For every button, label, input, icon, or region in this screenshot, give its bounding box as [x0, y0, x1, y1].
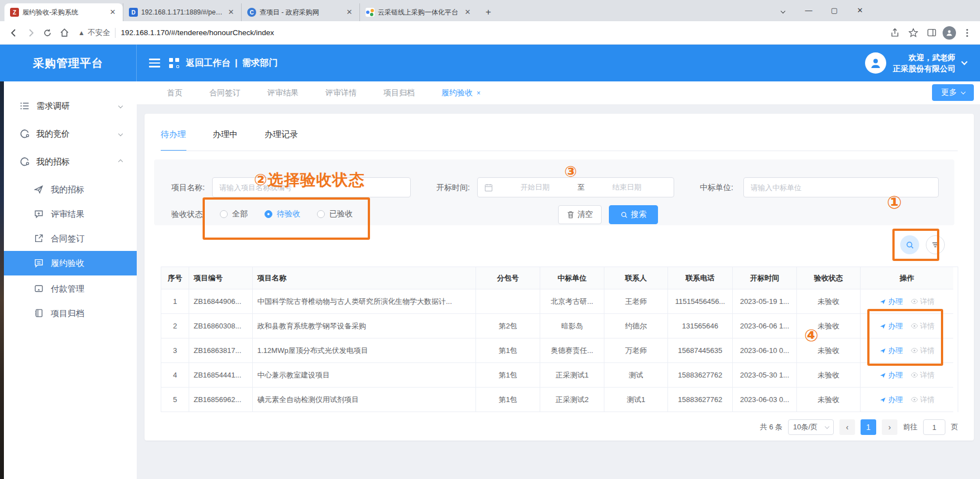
sidebar-item-my-tender[interactable]: 我的招标 [4, 151, 137, 173]
eye-icon [911, 396, 918, 403]
sidebar-subitem-review-results[interactable]: 评审结果 [4, 202, 137, 226]
maximize-button[interactable]: ▢ [824, 2, 845, 19]
goto-page-input[interactable] [923, 419, 945, 435]
eye-icon [911, 347, 918, 354]
winner-input[interactable] [743, 177, 939, 197]
more-button[interactable]: 更多 [932, 84, 974, 101]
project-name-input[interactable] [212, 177, 411, 197]
new-tab-button[interactable]: + [481, 5, 496, 20]
sidebar-subitem-payment-management[interactable]: 付款管理 [4, 277, 137, 301]
browser-tab-2[interactable]: D 192.168.1.171:1889/#/persona ✕ [123, 3, 241, 21]
breadcrumb-separator: | [235, 58, 237, 68]
chevron-down-icon [118, 104, 123, 108]
cell-no: 4 [161, 363, 189, 388]
browser-tab-3[interactable]: C 查项目 - 政府采购网 ✕ [241, 3, 359, 21]
browser-profile-avatar[interactable] [943, 26, 956, 40]
radio-label: 已验收 [329, 209, 353, 219]
browser-menu-icon[interactable] [960, 26, 974, 40]
detail-link[interactable]: 详情 [911, 370, 935, 380]
share-icon[interactable] [887, 26, 902, 40]
tab-close-icon[interactable]: ✕ [108, 8, 117, 17]
tab-in-progress[interactable]: 办理中 [213, 129, 238, 140]
sidebar-subitem-contract-signing[interactable]: 合同签订 [4, 226, 137, 251]
minimize-button[interactable]: — [798, 2, 819, 19]
favicon-ip-site: D [129, 8, 138, 17]
tab-close-icon[interactable]: ✕ [463, 8, 472, 17]
forward-icon[interactable] [22, 25, 39, 41]
goto-label: 前往 [903, 422, 917, 432]
user-avatar[interactable] [865, 52, 886, 74]
column-settings-button[interactable] [926, 235, 945, 254]
page-tab-review-detail[interactable]: 评审详情 [312, 88, 370, 98]
page-number-current[interactable]: 1 [861, 419, 876, 435]
page-tab-home[interactable]: 首页 [153, 88, 196, 98]
home-icon[interactable] [56, 25, 73, 41]
handle-link[interactable]: 办理 [880, 370, 903, 380]
open-time-range-picker[interactable]: 开始日期 至 结束日期 [477, 177, 674, 197]
radio-to-accept-selected[interactable]: 待验收 [265, 209, 300, 219]
reload-icon[interactable] [39, 25, 56, 41]
end-date-placeholder[interactable]: 结束日期 [587, 182, 667, 192]
tab-close-icon[interactable]: × [477, 89, 481, 97]
cell-time: 2023-06-06 1... [733, 314, 797, 338]
sidebar-item-demand-research[interactable]: 需求调研 [4, 95, 137, 117]
browser-tab-4[interactable]: 云采链线上采购一体化平台 ✕ [359, 3, 478, 21]
clear-button[interactable]: 清空 [558, 205, 602, 224]
handle-link[interactable]: 办理 [880, 321, 903, 331]
cell-winner: 北京考古研... [540, 289, 604, 314]
bookmark-star-icon[interactable] [906, 26, 920, 40]
tab-close-icon[interactable]: ✕ [227, 8, 236, 17]
tab-search-chevron-icon[interactable] [772, 2, 794, 19]
search-button[interactable]: 搜索 [609, 205, 658, 224]
radio-all[interactable]: 全部 [220, 209, 248, 219]
detail-link[interactable]: 详情 [911, 297, 935, 307]
detail-link[interactable]: 详情 [911, 346, 935, 356]
page-tab-acceptance-active[interactable]: 履约验收 × [428, 88, 494, 98]
page-tab-archive[interactable]: 项目归档 [370, 88, 428, 98]
workbench-grid-icon[interactable] [169, 58, 179, 68]
page-size-select[interactable]: 10条/页 [788, 419, 834, 435]
page-tab-contract[interactable]: 合同签订 [196, 88, 254, 98]
sidebar-item-my-bidding[interactable]: 我的竞价 [4, 123, 137, 145]
sidebar-subitem-project-archive[interactable]: 项目归档 [4, 301, 137, 326]
page-tab-review-results[interactable]: 评审结果 [254, 88, 312, 98]
browser-tab-active[interactable]: Z 履约验收-采购系统 ✕ [4, 3, 123, 21]
address-bar[interactable]: ▲ 不安全 192.168.1.170/#/tenderee/honourChe… [78, 28, 882, 38]
close-window-button[interactable]: ✕ [849, 2, 871, 19]
security-warning[interactable]: ▲ 不安全 [78, 28, 116, 38]
workbench-link[interactable]: 返回工作台 [186, 57, 230, 69]
chevron-up-icon [118, 159, 123, 164]
sidebar-subitem-performance-acceptance[interactable]: 履约验收 [4, 251, 137, 275]
page-tabs-bar: 首页 合同签订 评审结果 评审详情 项目归档 履约验收 × 更多 [137, 81, 980, 105]
browser-window: Z 履约验收-采购系统 ✕ D 192.168.1.171:1889/#/per… [0, 0, 980, 479]
cell-phone: 15883627762 [668, 388, 733, 412]
detail-link[interactable]: 详情 [911, 321, 935, 331]
sidebar-subitem-label: 合同签订 [51, 234, 84, 244]
tab-close-icon[interactable]: ✕ [345, 8, 354, 17]
tender-icon [20, 157, 30, 167]
next-page-button[interactable]: › [882, 419, 897, 435]
radio-accepted[interactable]: 已验收 [317, 209, 353, 219]
side-panel-icon[interactable] [924, 26, 939, 40]
handle-link[interactable]: 办理 [880, 297, 903, 307]
hamburger-menu-icon[interactable] [149, 59, 160, 67]
acceptance-status-label: 验收状态: [171, 205, 205, 223]
cell-time: 2023-06-10 0... [733, 338, 797, 363]
user-menu-chevron-icon[interactable] [961, 59, 967, 65]
workbench-breadcrumb[interactable]: 返回工作台 | 需求部门 [186, 57, 277, 69]
url-text[interactable]: 192.168.1.170/#/tenderee/honourCheck/ind… [121, 28, 274, 37]
sidebar-subitem-my-tender[interactable]: 我的招标 [4, 177, 137, 202]
handle-link[interactable]: 办理 [880, 395, 903, 405]
handle-link[interactable]: 办理 [880, 346, 903, 356]
tab-records[interactable]: 办理记录 [265, 129, 298, 140]
back-icon[interactable] [6, 25, 22, 41]
start-date-placeholder[interactable]: 开始日期 [495, 182, 575, 192]
table-search-toggle-button[interactable] [900, 235, 919, 254]
send-icon [880, 396, 886, 403]
chevron-down-icon [960, 89, 965, 94]
user-area[interactable]: 欢迎，武老师 正采股份有限公司 [865, 52, 967, 74]
prev-page-button[interactable]: ‹ [839, 419, 855, 435]
detail-link[interactable]: 详情 [911, 395, 935, 405]
tab-pending[interactable]: 待办理 [161, 129, 186, 140]
cell-code: ZB16860308... [189, 314, 253, 338]
